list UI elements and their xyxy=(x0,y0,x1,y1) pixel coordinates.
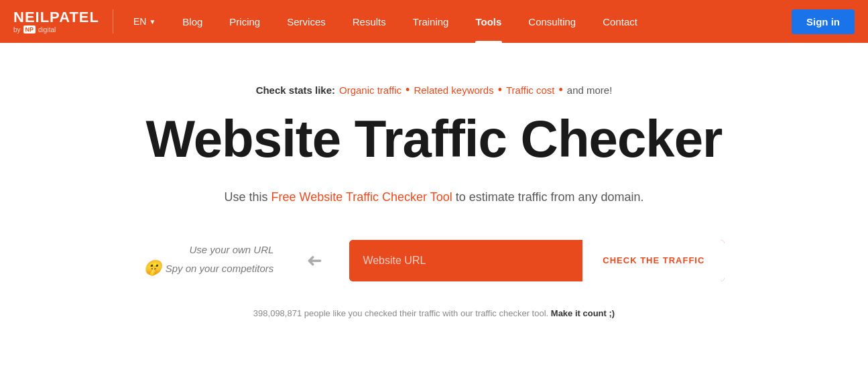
logo-area: NEILPATEL by NP digital xyxy=(13,9,113,34)
subtitle-before: Use this xyxy=(225,190,271,204)
stats-label: Check stats like: xyxy=(256,84,335,96)
nav-item-pricing[interactable]: Pricing xyxy=(216,0,273,43)
chevron-down-icon: ▼ xyxy=(149,18,156,25)
lang-label: EN xyxy=(133,16,146,27)
main-content: Check stats like: Organic traffic • Rela… xyxy=(0,43,868,345)
nav-item-consulting[interactable]: Consulting xyxy=(515,0,589,43)
subtitle-link: Free Website Traffic Checker Tool xyxy=(271,190,452,204)
stat-more: and more! xyxy=(567,84,613,96)
dot-1: • xyxy=(406,83,410,97)
stats-line: Check stats like: Organic traffic • Rela… xyxy=(256,83,613,97)
page-title: Website Traffic Checker xyxy=(146,111,723,168)
logo-by: by xyxy=(13,26,21,34)
dot-2: • xyxy=(498,83,502,97)
logo-np: NP xyxy=(23,25,36,34)
search-hint: Use your own URL 🤫 Spy on your competito… xyxy=(143,244,274,277)
bottom-stats-text: 398,098,871 people like you checked thei… xyxy=(253,308,548,318)
signin-button[interactable]: Sign in xyxy=(792,9,855,34)
language-selector[interactable]: EN ▼ xyxy=(133,16,156,27)
search-area: Use your own URL 🤫 Spy on your competito… xyxy=(133,240,736,281)
hint-line2: 🤫 Spy on your competitors xyxy=(143,259,274,277)
dot-3: • xyxy=(559,83,563,97)
site-header: NEILPATEL by NP digital EN ▼ Blog Pricin… xyxy=(0,0,868,43)
main-nav: Blog Pricing Services Results Training T… xyxy=(169,0,792,43)
subtitle-after: to estimate traffic from any domain. xyxy=(452,190,644,204)
logo-digital: digital xyxy=(38,26,56,34)
url-input[interactable] xyxy=(349,240,582,281)
stat-organic: Organic traffic xyxy=(339,84,401,96)
arrow-icon: ➜ xyxy=(307,249,322,271)
hint-line1: Use your own URL xyxy=(189,244,273,255)
nav-item-services[interactable]: Services xyxy=(273,0,339,43)
bottom-stats: 398,098,871 people like you checked thei… xyxy=(253,308,615,318)
nav-item-tools[interactable]: Tools xyxy=(462,0,515,43)
nav-item-blog[interactable]: Blog xyxy=(169,0,216,43)
bottom-stats-link: Make it count ;) xyxy=(551,308,615,318)
hint-emoji: 🤫 xyxy=(143,259,162,277)
hint-line2-text: Spy on your competitors xyxy=(166,263,274,274)
nav-item-training[interactable]: Training xyxy=(399,0,462,43)
check-traffic-button[interactable]: CHECK THE TRAFFIC xyxy=(582,240,725,281)
subtitle: Use this Free Website Traffic Checker To… xyxy=(225,188,644,206)
logo-sub: by NP digital xyxy=(13,25,56,34)
search-box: CHECK THE TRAFFIC xyxy=(349,240,725,281)
nav-item-contact[interactable]: Contact xyxy=(589,0,651,43)
nav-item-results[interactable]: Results xyxy=(339,0,399,43)
stat-keywords: Related keywords xyxy=(414,84,493,96)
stat-cost: Traffic cost xyxy=(506,84,555,96)
logo-main: NEILPATEL xyxy=(13,9,99,25)
